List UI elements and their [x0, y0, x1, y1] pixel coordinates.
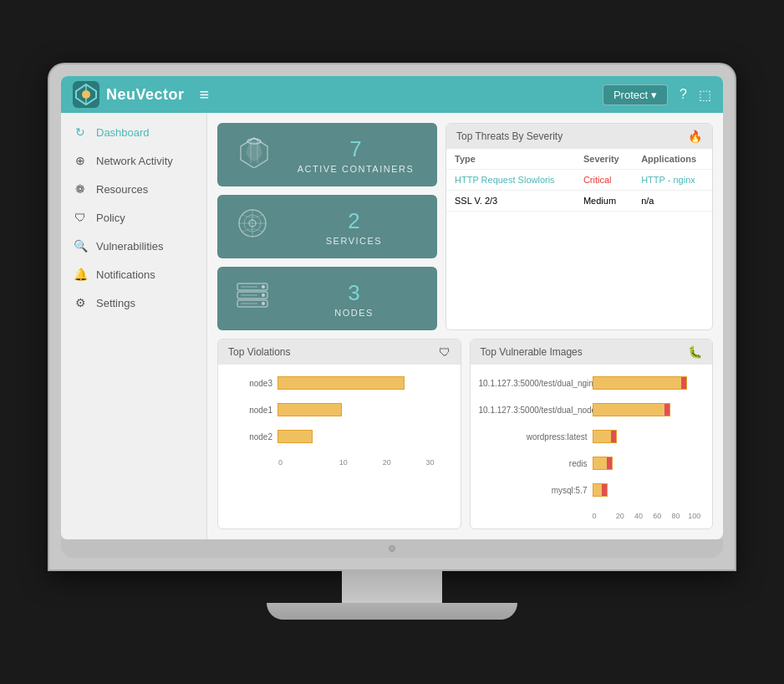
vuln-label-1: 10.1.127.3:5000/test/dual_nginx: [479, 379, 588, 388]
sidebar-item-dashboard[interactable]: ↻ Dashboard: [61, 118, 206, 146]
services-icon: [234, 207, 271, 247]
violations-axis: 0 10 20 30: [227, 457, 452, 467]
monitor-wrapper: NeuVector ≡ Protect ▾ ? ⬚ ↻: [49, 64, 735, 620]
vuln-axis-60: 60: [648, 512, 666, 520]
axis-tick-20: 20: [365, 458, 409, 467]
sidebar-item-notifications[interactable]: 🔔 Notifications: [61, 260, 206, 288]
bar-fill-node2: [277, 430, 313, 443]
main-layout: ↻ Dashboard ⊕ Network Activity ❁ Resourc…: [61, 113, 723, 539]
vuln-fill-1: [593, 376, 687, 390]
col-type: Type: [446, 149, 575, 170]
sidebar-label-notifications: Notifications: [96, 268, 155, 281]
resources-icon: ❁: [73, 182, 88, 196]
vulnerable-images-header: Top Vulnerable Images 🐛: [471, 339, 713, 365]
policy-icon: 🛡: [73, 211, 88, 224]
svg-point-16: [262, 302, 265, 305]
vulnerable-images-panel: Top Vulnerable Images 🐛 10.1.127.3:5000/…: [470, 339, 714, 529]
vuln-label-3: wordpress:latest: [479, 432, 588, 442]
bar-label-node1: node1: [227, 406, 272, 415]
sidebar-item-network-activity[interactable]: ⊕ Network Activity: [61, 146, 206, 175]
vuln-axis-80: 80: [667, 512, 685, 520]
containers-number: 7: [349, 136, 361, 162]
hamburger-menu[interactable]: ≡: [200, 85, 210, 105]
dashboard-icon: ↻: [73, 125, 88, 139]
threat-severity-1: Critical: [575, 170, 633, 191]
sidebar-label-policy: Policy: [96, 212, 125, 224]
sidebar-item-vulnerabilities[interactable]: 🔍 Vulnerabilities: [61, 232, 206, 260]
top-bar-right: Protect ▾ ? ⬚: [603, 84, 711, 105]
settings-icon: ⚙: [73, 296, 88, 309]
sidebar-label-vulnerabilities: Vulnerabilities: [96, 240, 163, 253]
containers-card: 7 ACTIVE CONTAINERS: [217, 123, 437, 186]
violations-chart: node3 node1: [218, 365, 461, 475]
vulnerable-images-chart: 10.1.127.3:5000/test/dual_nginx 10.1.127…: [471, 365, 713, 528]
vuln-red-4: [607, 457, 612, 469]
nodes-icon: [234, 278, 271, 319]
nodes-card: 3 NODES: [217, 267, 437, 330]
network-icon: ⊕: [73, 154, 88, 167]
vulnerable-images-icon: 🐛: [688, 345, 702, 359]
vuln-bar-4: redis: [479, 457, 705, 470]
bar-label-node3: node3: [227, 379, 272, 388]
axis-tick-0: 0: [278, 458, 322, 467]
bar-fill-node3: [277, 376, 405, 390]
notifications-icon: 🔔: [73, 268, 88, 281]
vuln-bar-3: wordpress:latest: [479, 430, 705, 443]
sidebar-item-resources[interactable]: ❁ Resources: [61, 175, 206, 203]
threats-title: Top Threats By Severity: [456, 130, 563, 142]
monitor-bezel-bottom: [61, 539, 723, 558]
threat-type-1: HTTP Request Slowloris: [446, 170, 575, 191]
screen-inner: NeuVector ≡ Protect ▾ ? ⬚ ↻: [61, 76, 723, 539]
monitor-screen: NeuVector ≡ Protect ▾ ? ⬚ ↻: [49, 64, 735, 569]
containers-label: ACTIVE CONTAINERS: [298, 164, 415, 174]
sidebar-item-settings[interactable]: ⚙ Settings: [61, 288, 206, 317]
monitor-neck: [342, 569, 442, 603]
vuln-track-4: [593, 457, 705, 470]
vuln-bar-5: mysql:5.7: [479, 483, 705, 497]
services-card: 2 SERVICES: [217, 195, 437, 258]
containers-icon: [234, 135, 274, 175]
threats-panel-header: Top Threats By Severity 🔥: [446, 124, 712, 149]
threats-icon: 🔥: [688, 130, 702, 143]
vuln-label-5: mysql:5.7: [479, 486, 588, 495]
col-applications: Applications: [633, 149, 712, 170]
monitor-power-dot: [389, 545, 395, 552]
threat-app-1: HTTP - nginx: [633, 170, 712, 191]
svg-point-14: [262, 285, 265, 288]
dual-layout: 7 ACTIVE CONTAINERS: [217, 123, 713, 330]
vuln-bar-1: 10.1.127.3:5000/test/dual_nginx: [479, 376, 705, 390]
vuln-fill-5: [593, 483, 608, 497]
vuln-bar-2: 10.1.127.3:5000/test/dual_node: [479, 403, 705, 416]
stats-section: 7 ACTIVE CONTAINERS: [217, 123, 437, 330]
threat-type-2: SSL V. 2/3: [446, 191, 575, 212]
violations-panel: Top Violations 🛡 node3: [217, 339, 461, 529]
bottom-panels: Top Violations 🛡 node3: [217, 339, 713, 529]
nodes-stat-content: 3 NODES: [288, 280, 420, 318]
services-label: SERVICES: [326, 236, 382, 246]
services-stat-content: 2 SERVICES: [288, 208, 420, 246]
protect-button[interactable]: Protect ▾: [603, 84, 668, 105]
violations-icon: 🛡: [439, 345, 451, 359]
sidebar-label-network: Network Activity: [96, 155, 173, 167]
col-severity: Severity: [575, 149, 633, 170]
vuln-fill-3: [593, 430, 617, 443]
sidebar-item-policy[interactable]: 🛡 Policy: [61, 203, 206, 232]
vuln-track-2: [593, 403, 705, 416]
bar-label-node2: node2: [227, 432, 272, 442]
threat-row-1: HTTP Request Slowloris Critical HTTP - n…: [446, 170, 712, 191]
services-number: 2: [348, 208, 359, 234]
bar-track-node2: [277, 430, 452, 443]
axis-tick-30: 30: [409, 458, 452, 467]
bar-track-node1: [277, 403, 452, 416]
vuln-track-5: [593, 483, 705, 497]
vuln-axis-20: 20: [611, 512, 629, 520]
top-bar: NeuVector ≡ Protect ▾ ? ⬚: [61, 76, 723, 113]
threats-panel: Top Threats By Severity 🔥 Type Severity …: [445, 123, 713, 330]
violation-bar-node1: node1: [227, 403, 452, 416]
logout-icon[interactable]: ⬚: [699, 87, 711, 103]
sidebar-label-settings: Settings: [96, 297, 135, 309]
help-icon[interactable]: ?: [680, 87, 687, 102]
containers-stat-content: 7 ACTIVE CONTAINERS: [291, 136, 420, 174]
vuln-track-3: [593, 430, 705, 443]
vuln-red-3: [611, 431, 616, 442]
